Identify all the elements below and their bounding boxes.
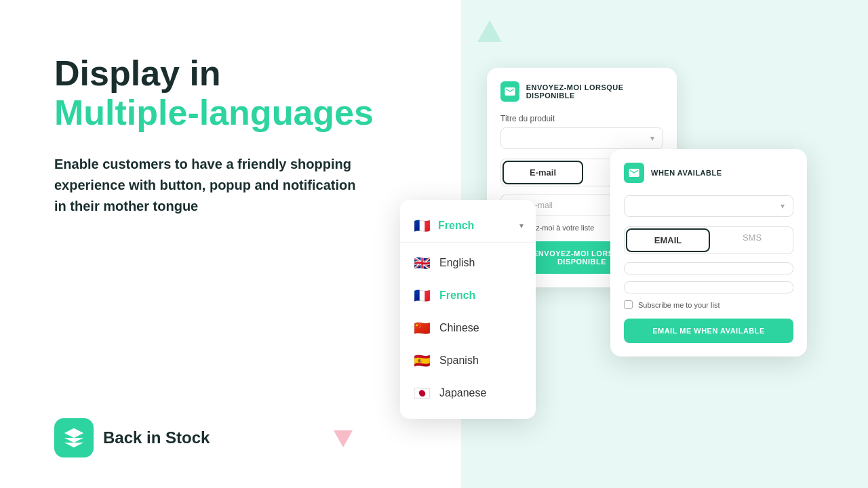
spanish-lang-name: Spanish [439,354,479,367]
english-form-card: WHEN AVAILABLE ▾ EMAIL SMS Subscribe me … [610,149,807,357]
english-product-select[interactable]: ▾ [624,195,793,217]
headline-line1: Display in [54,54,420,93]
english-email-input[interactable] [624,262,793,274]
english-flag: 🇬🇧 [412,253,431,272]
french-product-label: Titre du produit [500,114,663,123]
french-tab-email[interactable]: E-mail [502,161,583,184]
lang-selector-left: 🇫🇷 French [412,216,474,235]
dropdown-chevron-icon: ▾ [519,221,524,230]
left-content: Display in Multiple-languages Enable cus… [54,54,420,244]
description-text: Enable customers to have a friendly shop… [54,154,366,217]
logo-icon [54,418,94,458]
english-lang-name: English [439,257,475,269]
english-extra-input[interactable] [624,281,793,293]
box-icon [62,426,85,449]
deco-triangle-top [477,20,502,42]
french-flag: 🇫🇷 [412,286,431,305]
french-card-header: ENVOYEZ-MOI LORSQUE DISPONIBLE [500,81,663,102]
headline-line2: Multiple-languages [54,93,420,134]
deco-triangle-bottom [334,430,353,447]
english-tabs: EMAIL SMS [624,226,793,254]
chinese-flag: 🇨🇳 [412,319,431,338]
lang-option-japanese[interactable]: 🇯🇵 Japanese [400,377,536,409]
english-checkbox-label: Subscribe me to your list [638,301,719,309]
english-select-chevron-icon: ▾ [781,201,785,211]
french-header-title: ENVOYEZ-MOI LORSQUE DISPONIBLE [526,83,663,100]
english-tab-sms[interactable]: SMS [711,227,793,253]
french-header-icon [500,81,519,102]
email-icon [504,85,516,98]
japanese-lang-name: Japanese [439,387,486,399]
lang-selector-button[interactable]: 🇫🇷 French ▾ [400,209,536,243]
english-card-header: WHEN AVAILABLE [624,163,793,183]
chinese-lang-name: Chinese [439,322,479,334]
french-product-select[interactable]: ▾ [500,127,663,149]
french-lang-name: French [439,289,475,302]
selected-flag: 🇫🇷 [412,216,431,235]
english-header-icon [624,163,644,183]
language-dropdown: 🇫🇷 French ▾ 🇬🇧 English 🇫🇷 French 🇨🇳 Chin… [400,200,536,419]
selected-lang-name: French [438,220,474,232]
lang-option-chinese[interactable]: 🇨🇳 Chinese [400,312,536,344]
lang-option-spanish[interactable]: 🇪🇸 Spanish [400,344,536,377]
logo-area: Back in Stock [54,418,210,458]
english-header-title: WHEN AVAILABLE [651,169,722,177]
japanese-flag: 🇯🇵 [412,384,431,403]
spanish-flag: 🇪🇸 [412,351,431,370]
english-submit-button[interactable]: EMAIL ME WHEN AVAILABLE [624,319,793,343]
english-tab-email[interactable]: EMAIL [626,228,710,252]
english-checkbox-row: Subscribe me to your list [624,300,793,309]
english-checkbox[interactable] [624,300,633,309]
lang-option-french[interactable]: 🇫🇷 French [400,279,536,312]
select-chevron-icon: ▾ [650,134,654,143]
logo-text: Back in Stock [103,428,210,447]
lang-option-english[interactable]: 🇬🇧 English [400,247,536,279]
email-icon-2 [628,167,640,179]
